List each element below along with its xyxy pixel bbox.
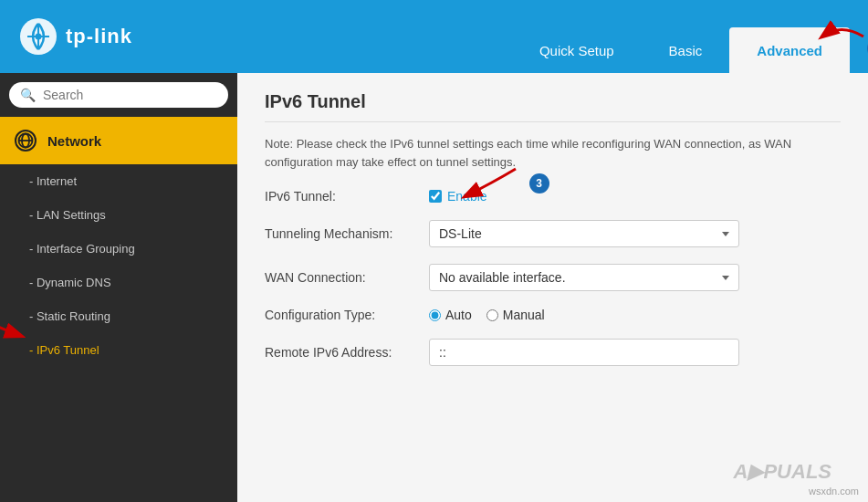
header: tp-link Quick Setup Basic Advanced 1 [0, 0, 868, 73]
auto-radio-option[interactable]: Auto [429, 308, 472, 322]
annotation-arrow-2 [0, 316, 26, 343]
annotation-arrow-3 [456, 160, 520, 205]
remote-ipv6-input[interactable] [429, 339, 739, 366]
wan-connection-row: WAN Connection: No available interface. [265, 264, 841, 291]
wan-connection-label: WAN Connection: [265, 270, 429, 285]
logo-area: tp-link [18, 16, 132, 57]
tunneling-mechanism-row: Tunneling Mechanism: DS-Lite 6to4 6in4 6… [265, 220, 841, 247]
sidebar-item-ipv6-tunnel[interactable]: - IPv6 Tunnel [0, 333, 237, 367]
search-icon: 🔍 [20, 88, 36, 102]
wan-connection-select[interactable]: No available interface. [429, 264, 739, 291]
sidebar-item-network[interactable]: Network [0, 117, 237, 164]
note-text: Note: Please check the IPv6 tunnel setti… [265, 135, 841, 171]
page-title: IPv6 Tunnel [265, 91, 841, 122]
watermark: wsxdn.com [809, 486, 859, 497]
sidebar-item-dynamic-dns[interactable]: - Dynamic DNS [0, 266, 237, 299]
sidebar-item-internet[interactable]: - Internet [0, 164, 237, 198]
ipv6-tunnel-label: IPv6 Tunnel: [265, 189, 429, 204]
manual-radio-option[interactable]: Manual [486, 308, 545, 322]
remote-ipv6-label: Remote IPv6 Address: [265, 345, 429, 360]
network-label: Network [47, 133, 101, 149]
configuration-type-label: Configuration Type: [265, 308, 429, 322]
logo-text: tp-link [66, 25, 132, 48]
sidebar-item-lan-settings[interactable]: - LAN Settings [0, 198, 237, 232]
manual-label: Manual [503, 308, 545, 322]
enable-control: Enable 3 [429, 189, 739, 204]
tab-quick-setup[interactable]: Quick Setup [512, 27, 642, 73]
remote-ipv6-row: Remote IPv6 Address: [265, 339, 841, 366]
nav-tabs: Quick Setup Basic Advanced 1 [512, 0, 850, 73]
tplink-logo-icon [18, 16, 58, 57]
main-content: IPv6 Tunnel Note: Please check the IPv6 … [237, 73, 868, 502]
enable-checkbox[interactable] [429, 190, 442, 203]
appuals-watermark: A▶PUALS [734, 460, 831, 484]
auto-radio[interactable] [429, 309, 441, 321]
auto-label: Auto [445, 308, 472, 322]
tunneling-mechanism-label: Tunneling Mechanism: [265, 226, 429, 241]
manual-radio[interactable] [486, 309, 498, 321]
main-layout: 🔍 Network - Internet - LAN Settings [0, 73, 868, 502]
annotation-arrow-1 [813, 9, 868, 46]
search-box[interactable]: 🔍 [9, 82, 228, 108]
configuration-type-row: Configuration Type: Auto Manual [265, 308, 841, 322]
tunneling-mechanism-select[interactable]: DS-Lite 6to4 6in4 6rd [429, 220, 739, 247]
sidebar: 🔍 Network - Internet - LAN Settings [0, 73, 237, 502]
annotation-circle-3: 3 [529, 173, 549, 193]
network-globe-icon [15, 130, 37, 152]
tab-basic[interactable]: Basic [642, 27, 730, 73]
sidebar-item-static-routing[interactable]: - Static Routing [0, 299, 237, 333]
ipv6-tunnel-row: IPv6 Tunnel: Enable 3 [265, 189, 841, 204]
sidebar-item-interface-grouping[interactable]: - Interface Grouping [0, 232, 237, 266]
search-input[interactable] [43, 88, 217, 102]
sidebar-sub-items: - Internet - LAN Settings - Interface Gr… [0, 164, 237, 367]
